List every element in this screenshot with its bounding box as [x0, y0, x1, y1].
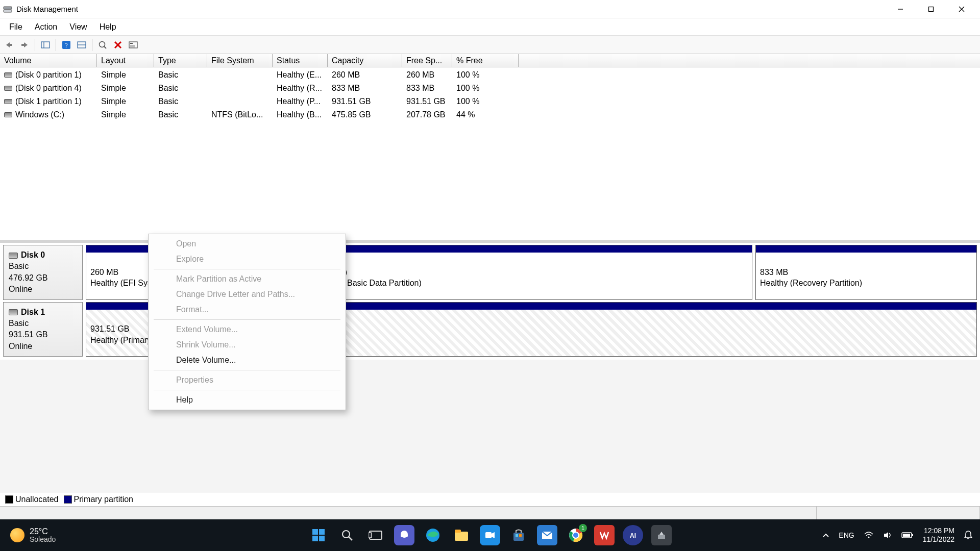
tray-language[interactable]: ENG: [839, 531, 854, 539]
toolbar: ?: [0, 36, 980, 54]
tray-overflow-icon[interactable]: [822, 533, 829, 538]
tray-clock[interactable]: 12:08 PM 11/1/2022: [923, 527, 954, 544]
volume-icon: [4, 86, 12, 91]
cm-help[interactable]: Help: [149, 392, 346, 408]
svg-rect-25: [319, 529, 325, 535]
back-button[interactable]: [2, 38, 16, 52]
close-button[interactable]: [946, 0, 977, 18]
show-hide-console-button[interactable]: [38, 38, 53, 52]
menu-help[interactable]: Help: [93, 20, 122, 34]
legend-swatch-primary: [64, 495, 72, 504]
taskview-icon[interactable]: [365, 525, 386, 545]
svg-rect-33: [401, 534, 408, 537]
taskbar-center: 1 AI: [308, 525, 672, 545]
menu-action[interactable]: Action: [29, 20, 63, 34]
cm-explore: Explore: [149, 252, 346, 267]
maximize-button[interactable]: [916, 0, 946, 18]
mail-icon[interactable]: [537, 525, 557, 545]
svg-rect-1: [4, 10, 12, 12]
menu-file[interactable]: File: [3, 20, 29, 34]
svg-rect-41: [519, 534, 522, 537]
disk-info-0[interactable]: Disk 0 Basic 476.92 GB Online: [3, 245, 83, 300]
chat-icon[interactable]: [394, 525, 414, 545]
legend-swatch-unallocated: [5, 495, 13, 504]
svg-rect-0: [4, 7, 12, 9]
svg-marker-8: [24, 42, 28, 47]
edge-icon[interactable]: [423, 525, 443, 545]
menu-view[interactable]: View: [63, 20, 93, 34]
meet-icon[interactable]: [480, 525, 500, 545]
volume-row[interactable]: (Disk 0 partition 4) Simple Basic Health…: [0, 82, 980, 95]
cm-open: Open: [149, 236, 346, 252]
disk-state: Online: [9, 341, 77, 352]
svg-rect-36: [455, 530, 461, 533]
minimize-button[interactable]: [885, 0, 916, 18]
col-status[interactable]: Status: [273, 54, 328, 67]
col-type[interactable]: Type: [154, 54, 207, 67]
volume-rows: (Disk 0 partition 1) Simple Basic Health…: [0, 67, 980, 240]
disk-name: Disk 0: [21, 251, 45, 259]
col-filesystem[interactable]: File System: [207, 54, 273, 67]
disk-info-1[interactable]: Disk 1 Basic 931.51 GB Online: [3, 302, 83, 357]
col-volume[interactable]: Volume: [0, 54, 97, 67]
svg-rect-3: [929, 7, 934, 11]
disk-type: Basic: [9, 261, 77, 272]
volume-free: 260 MB: [402, 68, 452, 82]
chrome-icon[interactable]: 1: [566, 525, 586, 545]
svg-rect-52: [903, 534, 910, 537]
properties-button[interactable]: [126, 38, 140, 52]
taskbar-weather[interactable]: 25°C Soleado: [0, 527, 56, 544]
col-layout[interactable]: Layout: [97, 54, 154, 67]
cm-delete[interactable]: Delete Volume...: [149, 353, 346, 368]
volume-list-header: Volume Layout Type File System Status Ca…: [0, 54, 980, 67]
start-button[interactable]: [308, 525, 329, 545]
col-freespace[interactable]: Free Sp...: [402, 54, 452, 67]
svg-rect-26: [312, 536, 318, 541]
forward-button[interactable]: [17, 38, 32, 52]
svg-point-28: [342, 531, 350, 538]
svg-point-45: [573, 532, 579, 538]
disk-graphical-view: Disk 0 Basic 476.92 GB Online 260 MB Hea…: [0, 243, 980, 360]
volume-type: Basic: [154, 68, 207, 82]
content-area: Volume Layout Type File System Status Ca…: [0, 54, 980, 519]
wps-icon[interactable]: [594, 525, 615, 545]
svg-rect-22: [130, 45, 135, 46]
explorer-icon[interactable]: [451, 525, 472, 545]
store-icon[interactable]: [508, 525, 529, 545]
col-pctfree[interactable]: % Free: [452, 54, 519, 67]
context-menu: Open Explore Mark Partition as Active Ch…: [148, 234, 346, 410]
disk-size: 931.51 GB: [9, 329, 77, 340]
refresh-button[interactable]: [95, 38, 110, 52]
volume-row[interactable]: (Disk 0 partition 1) Simple Basic Health…: [0, 68, 980, 82]
battery-icon[interactable]: [901, 532, 914, 539]
disk-icon: [9, 253, 18, 259]
disk-name: Disk 1: [21, 308, 45, 316]
search-icon[interactable]: [337, 525, 357, 545]
wifi-icon[interactable]: [864, 531, 874, 539]
ai-icon[interactable]: AI: [623, 525, 643, 545]
volume-row[interactable]: Windows (C:) Simple Basic NTFS (BitLo...…: [0, 108, 980, 121]
disk-icon: [9, 309, 18, 315]
settings-view-button[interactable]: [75, 38, 89, 52]
svg-rect-24: [312, 529, 318, 535]
legend-primary: Primary partition: [74, 495, 133, 504]
cm-mark-active: Mark Partition as Active: [149, 271, 346, 287]
volume-icon[interactable]: [883, 531, 892, 539]
svg-line-17: [104, 46, 106, 48]
cm-properties: Properties: [149, 372, 346, 388]
delete-button[interactable]: [111, 38, 125, 52]
partition-header: [756, 245, 976, 253]
help-button[interactable]: ?: [59, 38, 74, 52]
cm-shrink: Shrink Volume...: [149, 337, 346, 353]
cm-change-letter: Change Drive Letter and Paths...: [149, 287, 346, 302]
disk-type: Basic: [9, 318, 77, 329]
volume-row[interactable]: (Disk 1 partition 1) Simple Basic Health…: [0, 95, 980, 108]
svg-point-16: [100, 41, 105, 47]
app-icon-generic[interactable]: [651, 525, 672, 545]
taskbar: 25°C Soleado 1 AI ENG 12:08: [0, 519, 980, 551]
svg-rect-10: [41, 42, 50, 48]
col-capacity[interactable]: Capacity: [328, 54, 402, 67]
svg-marker-6: [6, 42, 10, 47]
partition-disk0-recovery[interactable]: 833 MB Healthy (Recovery Partition): [755, 245, 977, 300]
notifications-icon[interactable]: [964, 530, 973, 540]
